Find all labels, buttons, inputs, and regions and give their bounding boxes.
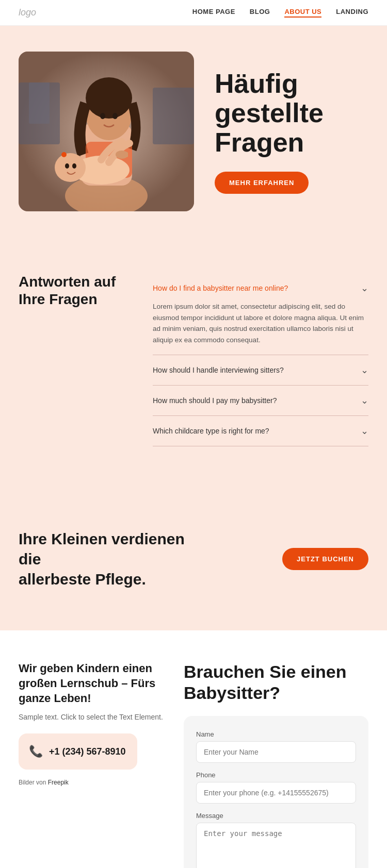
phone-icon: 📞 (29, 745, 43, 758)
cta-title: Ihre Kleinen verdienen die allerbeste Pf… (19, 529, 199, 589)
contact-right-title: Brauchen Sie einen Babysitter? (184, 661, 368, 704)
form-name-group: Name (196, 730, 356, 763)
logo: logo (19, 7, 36, 18)
svg-point-9 (112, 113, 118, 119)
cta-book-button[interactable]: JETZT BUCHEN (282, 548, 368, 570)
hero-text: Häufig gestellte Fragen MEHR ERFAHREN (215, 69, 368, 194)
faq-item-4: Which childcare type is right for me? ⌄ (153, 416, 368, 446)
hero-cta-button[interactable]: MEHR ERFAHREN (215, 172, 309, 194)
chevron-up-icon: ⌄ (361, 282, 368, 294)
svg-point-13 (65, 163, 69, 169)
faq-list: How do I find a babysitter near me onlin… (153, 273, 368, 446)
svg-point-7 (86, 77, 132, 119)
contact-left: Wir geben Kindern einen großen Lernschub… (19, 661, 163, 868)
phone-label: Phone (196, 771, 356, 779)
faq-item-4-header[interactable]: Which childcare type is right for me? ⌄ (153, 425, 368, 437)
faq-section-title: Antworten auf Ihre Fragen (19, 273, 132, 308)
faq-left: Antworten auf Ihre Fragen (19, 273, 132, 446)
name-input[interactable] (196, 741, 356, 763)
chevron-down-icon-4: ⌄ (361, 425, 368, 437)
name-label: Name (196, 730, 356, 738)
faq-item-1-header[interactable]: How do I find a babysitter near me onlin… (153, 282, 368, 294)
nav-links: HOME PAGE BLOG ABOUT US LANDING (192, 8, 368, 18)
message-textarea[interactable] (196, 823, 356, 868)
faq-item-2: How should I handle interviewing sitters… (153, 355, 368, 386)
phone-box: 📞 +1 (234) 567-8910 (19, 733, 137, 770)
freepik-link[interactable]: Freepik (48, 779, 69, 786)
nav-blog[interactable]: BLOG (250, 8, 270, 18)
message-label: Message (196, 812, 356, 820)
svg-point-14 (72, 163, 76, 169)
form-message-group: Message (196, 812, 356, 868)
phone-number: +1 (234) 567-8910 (49, 746, 126, 757)
faq-item-3: How much should I pay my babysitter? ⌄ (153, 386, 368, 416)
svg-point-8 (100, 113, 105, 119)
svg-point-15 (61, 152, 67, 157)
faq-question-4: Which childcare type is right for me? (153, 427, 269, 435)
faq-item-2-header[interactable]: How should I handle interviewing sitters… (153, 364, 368, 376)
contact-section: Wir geben Kindern einen großen Lernschub… (0, 630, 387, 868)
chevron-down-icon-3: ⌄ (361, 395, 368, 406)
cta-section: Ihre Kleinen verdienen die allerbeste Pf… (0, 488, 387, 630)
faq-question-2: How should I handle interviewing sitters… (153, 366, 284, 374)
contact-right: Brauchen Sie einen Babysitter? Name Phon… (184, 661, 368, 868)
faq-answer-1: Lorem ipsum dolor sit amet, consectetur … (153, 301, 368, 345)
contact-sample-text: Sample text. Click to select the Text El… (19, 713, 163, 721)
faq-question-3: How much should I pay my babysitter? (153, 396, 277, 405)
faq-section: Antworten auf Ihre Fragen How do I find … (0, 242, 387, 488)
nav-home[interactable]: HOME PAGE (192, 8, 235, 18)
hero-svg (19, 52, 194, 211)
hero-image (19, 52, 194, 211)
faq-question-1: How do I find a babysitter near me onlin… (153, 284, 288, 292)
contact-left-title: Wir geben Kindern einen großen Lernschub… (19, 661, 163, 706)
nav-about[interactable]: ABOUT US (284, 8, 321, 18)
navbar: logo HOME PAGE BLOG ABOUT US LANDING (0, 0, 387, 26)
contact-form: Name Phone Message RÜCKRUF ANFORDERN (184, 716, 368, 868)
form-phone-group: Phone (196, 771, 356, 804)
phone-input[interactable] (196, 782, 356, 804)
hero-image-placeholder (19, 52, 194, 211)
faq-item-3-header[interactable]: How much should I pay my babysitter? ⌄ (153, 395, 368, 406)
hero-title: Häufig gestellte Fragen (215, 69, 368, 158)
hero-section: Häufig gestellte Fragen MEHR ERFAHREN (0, 26, 387, 242)
svg-point-12 (55, 153, 86, 182)
freepik-credit: Bilder von Freepik (19, 779, 163, 786)
svg-rect-2 (29, 82, 50, 124)
chevron-down-icon-2: ⌄ (361, 364, 368, 376)
faq-item-1: How do I find a babysitter near me onlin… (153, 273, 368, 355)
nav-landing[interactable]: LANDING (336, 8, 368, 18)
svg-point-17 (116, 151, 128, 159)
svg-rect-3 (153, 88, 194, 144)
